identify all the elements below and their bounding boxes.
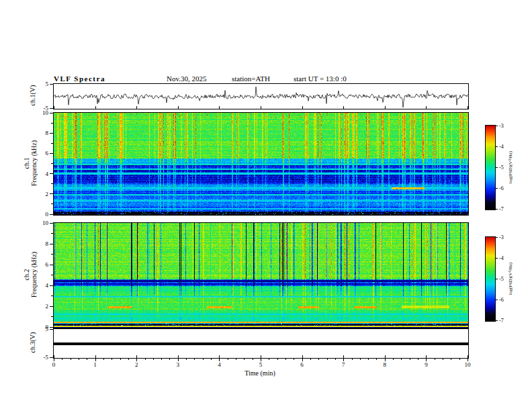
x-minor-tick-mark bbox=[169, 359, 170, 360]
colorbar-axis-label: log(PSD)(V²/Hz) bbox=[508, 150, 513, 183]
x-minor-tick-mark bbox=[194, 359, 195, 360]
x-minor-tick-mark bbox=[211, 359, 212, 360]
x-minor-tick-mark bbox=[128, 359, 129, 360]
p3-y-tick-mark bbox=[50, 327, 53, 328]
p3-y-tick-label: 10 bbox=[42, 220, 48, 226]
x-tick-label: 3 bbox=[177, 361, 180, 368]
p4-y-tick-mark bbox=[50, 329, 53, 330]
colorbar-tick-label: -6 bbox=[499, 185, 504, 191]
p3-y-tick-mark bbox=[50, 265, 53, 265]
p3-y-minor-tick-mark bbox=[51, 316, 53, 317]
plot-title: VLF Spectra bbox=[54, 75, 105, 83]
x-minor-tick-mark bbox=[120, 359, 121, 360]
colorbar-ch1 bbox=[485, 125, 496, 210]
x-minor-tick-mark bbox=[145, 359, 146, 360]
ch3-voltage-axis-label: ch.3(V) bbox=[29, 332, 36, 353]
p2-y-tick-mark bbox=[50, 133, 53, 134]
colorbar-tick-mark bbox=[496, 300, 498, 300]
p4-y-tick-label: -5 bbox=[44, 354, 49, 361]
x-minor-tick-mark bbox=[327, 359, 328, 360]
x-minor-tick-mark bbox=[435, 359, 435, 360]
p2-y-tick-mark bbox=[50, 214, 53, 215]
colorbar-tick-mark bbox=[496, 209, 498, 210]
p3-y-tick-mark bbox=[50, 285, 53, 286]
x-minor-tick-mark bbox=[228, 359, 228, 360]
ch3-voltage-panel bbox=[53, 328, 469, 359]
x-minor-tick-mark bbox=[418, 359, 418, 360]
x-minor-tick-mark bbox=[103, 359, 104, 360]
vlf-spectra-figure: VLF Spectra Nov.30, 2025 station=ATH sta… bbox=[0, 0, 532, 411]
x-minor-tick-mark bbox=[410, 359, 410, 360]
p3-y-tick-label: 2 bbox=[46, 303, 49, 310]
x-minor-tick-mark bbox=[269, 359, 269, 360]
p3-y-minor-tick-mark bbox=[51, 275, 53, 275]
x-minor-tick-mark bbox=[244, 359, 245, 360]
start-ut-label: start UT = 13:0 :0 bbox=[294, 75, 347, 83]
x-tick-label: 1 bbox=[93, 361, 97, 368]
colorbar-tick-mark bbox=[496, 320, 498, 321]
x-minor-tick-mark bbox=[401, 359, 402, 360]
ch2-axis-frequency-text: Frequency (kHz) bbox=[30, 252, 38, 298]
colorbar-tick-mark bbox=[496, 237, 498, 238]
x-tick-label: 9 bbox=[425, 361, 428, 368]
x-minor-tick-mark bbox=[352, 359, 353, 360]
colorbar-tick-label: -7 bbox=[499, 318, 504, 324]
colorbar-tick-label: -7 bbox=[499, 206, 504, 212]
time-axis-label: Time (min) bbox=[245, 369, 275, 377]
x-tick-label: 5 bbox=[259, 361, 263, 368]
colorbar-tick-mark bbox=[496, 126, 498, 126]
p1-y-tick-label: 5 bbox=[46, 81, 49, 87]
x-tick-label: 8 bbox=[384, 361, 387, 368]
ch1-voltage-panel bbox=[53, 83, 469, 109]
colorbar-tick-mark bbox=[496, 188, 498, 189]
colorbar-ch2-gradient bbox=[486, 237, 495, 321]
p3-y-tick-label: 6 bbox=[46, 261, 49, 268]
x-minor-tick-mark bbox=[253, 359, 253, 360]
x-minor-tick-mark bbox=[161, 359, 162, 360]
x-minor-tick-mark bbox=[203, 359, 204, 360]
p2-y-tick-label: 4 bbox=[46, 171, 49, 177]
x-minor-tick-mark bbox=[393, 359, 394, 360]
x-minor-tick-mark bbox=[368, 359, 369, 360]
p2-y-tick-label: 10 bbox=[42, 109, 48, 116]
x-minor-tick-mark bbox=[112, 359, 112, 360]
x-minor-tick-mark bbox=[360, 359, 361, 360]
x-tick-label: 7 bbox=[342, 361, 345, 368]
x-minor-tick-mark bbox=[285, 359, 286, 360]
p2-y-tick-mark bbox=[50, 153, 53, 154]
ch1-spectrogram-panel bbox=[53, 112, 469, 216]
p3-y-minor-tick-mark bbox=[51, 295, 53, 296]
ch1-voltage-axis-label-text: ch.1(V) bbox=[29, 85, 36, 106]
colorbar-axis-label: log(PSD)(V²/Hz) bbox=[508, 262, 513, 294]
x-minor-tick-mark bbox=[294, 359, 294, 360]
x-minor-tick-mark bbox=[71, 359, 71, 360]
ch1-spectrogram-canvas bbox=[54, 113, 468, 215]
colorbar-tick-label: -5 bbox=[499, 276, 504, 282]
colorbar-tick-mark bbox=[496, 258, 498, 259]
p2-y-minor-tick-mark bbox=[51, 143, 53, 144]
colorbar-tick-label: -4 bbox=[499, 255, 504, 261]
x-minor-tick-mark bbox=[87, 359, 87, 360]
colorbar-tick-mark bbox=[496, 167, 498, 168]
ch3-voltage-waveform-canvas bbox=[54, 329, 468, 358]
ch1-frequency-axis-label: ch.1 Frequency (kHz) bbox=[23, 140, 38, 186]
ch1-axis-channel-text: ch.1 bbox=[23, 140, 30, 186]
p2-y-minor-tick-mark bbox=[51, 123, 53, 124]
p2-y-tick-label: 2 bbox=[46, 191, 49, 197]
ch1-voltage-axis-label: ch.1(V) bbox=[29, 85, 36, 106]
ch1-axis-frequency-text: Frequency (kHz) bbox=[30, 140, 38, 186]
x-tick-label: 4 bbox=[218, 361, 221, 368]
x-tick-label: 6 bbox=[300, 361, 304, 368]
colorbar-tick-label: -4 bbox=[499, 144, 504, 150]
x-tick-label: 10 bbox=[465, 361, 471, 368]
x-minor-tick-mark bbox=[376, 359, 377, 360]
p2-y-tick-label: 0 bbox=[46, 211, 49, 218]
colorbar-tick-label: -6 bbox=[499, 297, 504, 303]
p3-y-tick-label: 4 bbox=[46, 282, 49, 289]
x-minor-tick-mark bbox=[310, 359, 311, 360]
ch2-spectrogram-canvas bbox=[54, 223, 468, 328]
x-minor-tick-mark bbox=[318, 359, 319, 360]
x-tick-label: 0 bbox=[52, 361, 56, 368]
p2-y-minor-tick-mark bbox=[51, 203, 53, 204]
x-minor-tick-mark bbox=[277, 359, 278, 360]
